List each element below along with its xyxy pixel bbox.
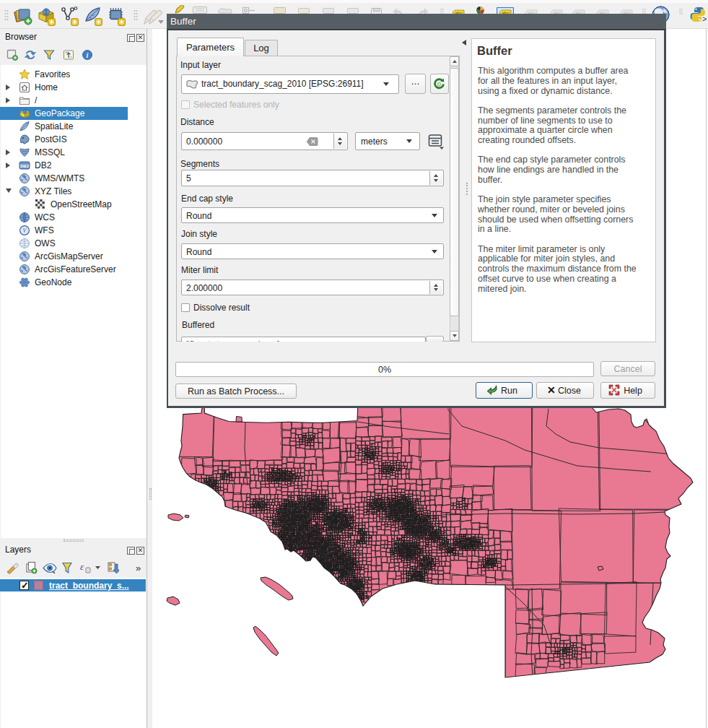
- svg-text:i: i: [87, 51, 89, 59]
- svg-text:ε: ε: [80, 561, 84, 572]
- svg-text:DB2: DB2: [20, 164, 30, 168]
